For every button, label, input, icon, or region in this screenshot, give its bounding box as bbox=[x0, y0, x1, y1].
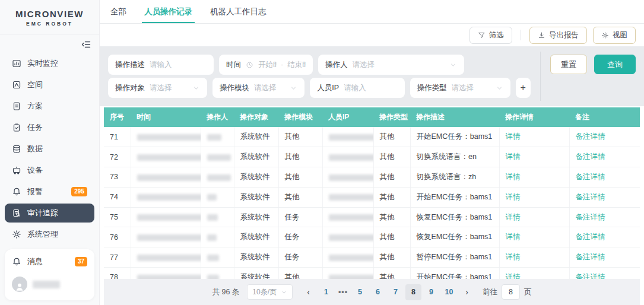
note-detail-link[interactable]: 备注详情 bbox=[576, 152, 605, 161]
table-cell bbox=[131, 247, 201, 268]
note-detail-link[interactable]: 备注详情 bbox=[576, 273, 605, 279]
redacted-username bbox=[33, 281, 60, 288]
detail-link[interactable]: 详情 bbox=[506, 213, 521, 221]
table-cell: 详情 bbox=[499, 147, 569, 167]
detail-link[interactable]: 详情 bbox=[506, 233, 521, 241]
table-cell: 备注详情 bbox=[569, 147, 640, 167]
space-icon bbox=[12, 80, 21, 90]
filter-operation-target-select[interactable]: 操作对象 请选择 bbox=[108, 78, 207, 98]
filter-time-range-picker[interactable]: 时间 开始时间 - 结束时间 bbox=[219, 55, 313, 75]
plan-doc-icon bbox=[12, 101, 21, 111]
sidebar-item-audit-trace[interactable]: 审计追踪 bbox=[5, 204, 94, 223]
table-cell bbox=[131, 147, 201, 167]
sidebar-item-system-management[interactable]: 系统管理 bbox=[5, 225, 94, 244]
pager-prev-button[interactable]: ‹ bbox=[300, 284, 316, 300]
cell-module: 任务 bbox=[278, 247, 322, 268]
cell-module: 其他 bbox=[278, 127, 322, 147]
cell-type: 其他 bbox=[373, 227, 410, 247]
field-placeholder: 请选择 bbox=[254, 83, 277, 93]
audit-trace-icon bbox=[12, 208, 21, 218]
view-button[interactable]: 视图 bbox=[593, 27, 636, 44]
database-icon bbox=[12, 144, 21, 154]
add-filter-button[interactable]: + bbox=[516, 78, 531, 98]
redacted-time bbox=[137, 134, 201, 141]
redacted-ip bbox=[329, 194, 374, 201]
redacted-ip bbox=[329, 275, 374, 279]
cell-description: 切换系统语言：en bbox=[410, 147, 499, 167]
table-cell: 详情 bbox=[499, 247, 569, 268]
column-header: 序号 bbox=[104, 107, 131, 127]
detail-link[interactable]: 详情 bbox=[506, 173, 521, 181]
sidebar-item-space[interactable]: 空间 bbox=[5, 75, 94, 94]
table-row: 74系统软件其他其他开始EMC任务：bams1详情备注详情 bbox=[104, 187, 640, 207]
note-detail-link[interactable]: 备注详情 bbox=[576, 213, 605, 221]
filter-operation-description-input[interactable]: 操作描述 请输入 bbox=[108, 55, 214, 75]
chevron-down-icon bbox=[290, 84, 297, 92]
sidebar-item-realtime-monitor[interactable]: 实时监控 bbox=[5, 54, 94, 73]
tab-robot-work-logs[interactable]: 机器人工作日志 bbox=[210, 0, 267, 23]
end-time-placeholder: 结束时间 bbox=[287, 60, 306, 70]
filter-button[interactable]: 筛选 bbox=[469, 27, 512, 44]
sidebar-item-device[interactable]: 设备 bbox=[5, 161, 94, 180]
pager-page-button[interactable]: 6 bbox=[370, 284, 386, 300]
user-profile[interactable] bbox=[12, 277, 87, 292]
column-header: 时间 bbox=[131, 107, 201, 127]
sidebar-item-task[interactable]: 任务 bbox=[5, 118, 94, 137]
filter-panel: 操作描述 请输入 时间 开始时间 - 结束时间 操作人 请选择 bbox=[100, 46, 644, 106]
detail-link[interactable]: 详情 bbox=[506, 152, 521, 161]
pager-page-button[interactable]: 10 bbox=[441, 284, 457, 300]
page-size-select[interactable]: 10条/页 bbox=[247, 284, 293, 300]
export-report-button[interactable]: 导出报告 bbox=[529, 27, 587, 44]
cell-target: 系统软件 bbox=[234, 268, 278, 279]
note-detail-link[interactable]: 备注详情 bbox=[576, 132, 605, 141]
chevron-down-icon bbox=[192, 84, 200, 92]
note-detail-link[interactable]: 备注详情 bbox=[576, 193, 605, 201]
tab-all[interactable]: 全部 bbox=[110, 0, 126, 23]
note-detail-link[interactable]: 备注详情 bbox=[576, 173, 605, 181]
redacted-time bbox=[137, 214, 201, 221]
detail-link[interactable]: 详情 bbox=[506, 193, 521, 201]
pager-page-button[interactable]: 9 bbox=[423, 284, 439, 300]
column-header: 操作人 bbox=[201, 107, 234, 127]
sidebar-item-alarm[interactable]: 报警 295 bbox=[5, 182, 94, 201]
filter-operator-select[interactable]: 操作人 请选择 bbox=[318, 55, 464, 75]
collapse-sidebar-icon[interactable] bbox=[81, 40, 91, 49]
redacted-operator bbox=[207, 194, 217, 201]
pager-page-button[interactable]: 7 bbox=[388, 284, 404, 300]
redacted-ip bbox=[329, 234, 374, 241]
reset-button[interactable]: 重置 bbox=[550, 55, 587, 74]
filter-personnel-ip-input[interactable]: 人员IP 请输入 bbox=[310, 78, 404, 98]
sidebar: MICRONVIEW EMC ROBOT 实时监控 空间 方案 任务 数据 bbox=[0, 0, 100, 305]
note-detail-link[interactable]: 备注详情 bbox=[576, 233, 605, 241]
table-cell bbox=[201, 127, 234, 147]
chevron-down-icon bbox=[496, 84, 503, 92]
pager-next-button[interactable]: › bbox=[459, 284, 475, 300]
filter-operation-module-select[interactable]: 操作模块 请选择 bbox=[212, 78, 304, 98]
table-cell bbox=[322, 187, 373, 207]
detail-link[interactable]: 详情 bbox=[506, 273, 521, 279]
pager-page-button[interactable]: 1 bbox=[318, 284, 334, 300]
sidebar-item-data[interactable]: 数据 bbox=[5, 139, 94, 158]
export-report-label: 导出报告 bbox=[549, 30, 579, 40]
table-row: 76系统软件任务其他恢复EMC任务：bams1详情备注详情 bbox=[104, 227, 640, 247]
table-cell bbox=[131, 127, 201, 147]
table-cell: 备注详情 bbox=[569, 127, 640, 147]
sidebar-item-plan[interactable]: 方案 bbox=[5, 97, 94, 116]
cell-type: 其他 bbox=[373, 187, 410, 207]
pager-page-button[interactable]: 5 bbox=[352, 284, 368, 300]
messages-item[interactable]: 消息 37 bbox=[12, 256, 87, 267]
tab-personnel-operation-records[interactable]: 人员操作记录 bbox=[144, 0, 192, 23]
cell-description: 开始EMC任务：bams1 bbox=[410, 187, 499, 207]
clock-icon bbox=[246, 61, 253, 69]
note-detail-link[interactable]: 备注详情 bbox=[576, 253, 605, 261]
search-button[interactable]: 查询 bbox=[594, 55, 636, 74]
detail-link[interactable]: 详情 bbox=[506, 132, 521, 141]
filter-operation-type-select[interactable]: 操作类型 请选择 bbox=[410, 78, 510, 98]
redacted-ip bbox=[329, 134, 374, 141]
pager-page-current[interactable]: 8 bbox=[405, 284, 421, 300]
field-label: 操作对象 bbox=[115, 83, 145, 93]
goto-page-input[interactable] bbox=[502, 284, 520, 300]
cell-module: 其他 bbox=[278, 167, 322, 188]
detail-link[interactable]: 详情 bbox=[506, 253, 521, 261]
chevron-down-icon bbox=[281, 289, 287, 296]
